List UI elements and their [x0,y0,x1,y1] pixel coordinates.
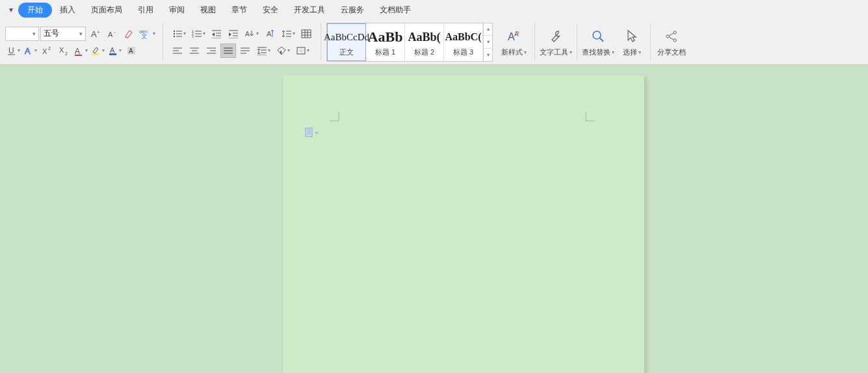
svg-text:-: - [114,29,116,35]
shading-button[interactable]: ▾ [274,44,292,58]
line-spacing-button[interactable]: ▾ [279,27,297,41]
svg-text:X: X [59,46,64,54]
text-effects-button[interactable]: A▾ [22,44,38,58]
margin-corner-tl-icon [330,112,340,125]
svg-text:A: A [110,46,115,54]
clear-format-button[interactable] [121,27,137,41]
highlight-button[interactable]: ▾ [90,44,105,58]
align-left-button[interactable] [170,44,185,58]
menubar-tab-1[interactable]: 插入 [52,3,83,18]
svg-text:A: A [129,47,133,55]
share-label: 分享文档 [657,47,686,57]
style-item-1[interactable]: AaBb标题 1 [366,23,405,61]
chevron-down-icon: ▾ [315,130,318,136]
menubar-tab-9[interactable]: 云服务 [333,3,372,18]
decrease-indent-button[interactable] [209,27,224,41]
style-label: 标题 3 [453,47,473,57]
styles-expand[interactable]: ▾ [484,49,492,61]
chevron-down-icon: ▾ [79,31,83,37]
new-style-icon: AA [505,27,522,45]
ribbon: ▾ 五号 ▾ A+ A- wén文▾ U▾ A▾ X2 X2 A▾ ▾ A▾ A [0,19,868,65]
section-tag-button[interactable]: ▾ [305,127,318,138]
svg-text:A: A [267,30,272,38]
svg-point-78 [674,38,676,41]
style-preview: AaBbC( [445,27,481,47]
menubar-tab-0[interactable]: 开始 [18,3,52,18]
increase-indent-button[interactable] [226,27,241,41]
chevron-down-icon: ▾ [33,31,36,37]
svg-text:+: + [97,29,100,35]
font-group: ▾ 五号 ▾ A+ A- wén文▾ U▾ A▾ X2 X2 A▾ ▾ A▾ A [1,19,160,64]
share-document-button[interactable]: 分享文档 [653,19,690,64]
document-page[interactable]: ▾ [283,75,644,373]
align-center-button[interactable] [187,44,202,58]
subscript-button[interactable]: X2 [56,44,72,58]
font-color-button[interactable]: A▾ [107,44,122,58]
file-menu-dropdown[interactable]: ▾ [4,5,18,14]
menubar-tab-6[interactable]: 章节 [224,3,255,18]
svg-rect-45 [302,30,311,38]
styles-scroll-down[interactable]: ▾ [484,36,492,49]
svg-line-75 [599,38,603,42]
menubar-tab-8[interactable]: 开发工具 [286,3,333,18]
align-justify-button[interactable] [220,44,236,58]
document-area[interactable]: ▾ [0,65,868,373]
styles-scroll-up[interactable]: ▴ [484,23,492,36]
svg-text:U: U [8,46,14,55]
text-tools-button[interactable]: 文字工具▾ [538,19,574,64]
svg-text:A: A [75,47,80,56]
underline-button[interactable]: U▾ [5,44,21,58]
phonetic-guide-button[interactable]: wén文▾ [138,27,156,41]
margin-corner-tr-icon [585,112,595,125]
change-case-button[interactable]: A▾ [73,44,88,58]
grow-font-button[interactable]: A+ [87,27,103,41]
wrench-icon [548,27,564,45]
menubar-tab-5[interactable]: 视图 [192,3,224,18]
align-distributed-button[interactable] [237,44,253,58]
font-name-combo[interactable]: ▾ [5,27,39,41]
cursor-icon [625,27,639,45]
find-replace-button[interactable]: 查找替换▾ [580,19,616,64]
svg-point-77 [674,31,676,33]
select-button[interactable]: 选择▾ [616,19,648,64]
style-label: 标题 1 [375,47,395,57]
styles-group: AaBbCcDd正文AaBb标题 1AaBb(标题 2AaBbC(标题 3▴▾▾ [324,19,495,64]
share-icon [664,27,679,45]
borders-button[interactable]: ▾ [293,44,311,58]
svg-line-80 [669,37,674,40]
para-spacing-button[interactable]: ▾ [254,44,272,58]
char-shading-button[interactable]: A [124,44,139,58]
svg-text:A: A [108,31,113,38]
document-icon [305,127,314,138]
svg-point-22 [173,32,174,34]
svg-text:A: A [245,31,250,38]
menubar-tab-7[interactable]: 安全 [255,3,286,18]
svg-point-24 [173,35,174,36]
style-item-2[interactable]: AaBb(标题 2 [405,23,444,61]
align-right-button[interactable] [204,44,219,58]
vertical-text-button[interactable]: A [262,27,278,41]
insert-table-button[interactable] [298,27,314,41]
shrink-font-button[interactable]: A- [104,27,120,41]
svg-text:A: A [25,46,31,56]
numbering-button[interactable]: 123▾ [189,27,207,41]
menubar-tab-2[interactable]: 页面布局 [83,3,130,18]
chevron-down-icon: ▾ [638,49,641,55]
text-tools-label: 文字工具 [540,47,568,57]
menubar-tab-10[interactable]: 文档助手 [372,3,419,18]
font-size-combo[interactable]: 五号 ▾ [40,27,86,41]
svg-text:3: 3 [192,34,194,38]
style-item-3[interactable]: AaBbC(标题 3 [444,23,483,61]
menubar-tab-4[interactable]: 审阅 [161,3,192,18]
menubar-tab-3[interactable]: 引用 [130,3,161,18]
menubar: ▾ 开始插入页面布局引用审阅视图章节安全开发工具云服务文档助手 [0,0,868,19]
chevron-down-icon: ▾ [570,49,572,55]
style-preview: AaBb( [408,27,440,47]
text-direction-button[interactable]: A▾ [243,27,261,41]
style-item-0[interactable]: AaBbCcDd正文 [327,23,366,61]
superscript-button[interactable]: X2 [39,44,55,58]
chevron-down-icon: ▾ [524,49,527,55]
bullets-button[interactable]: ▾ [170,27,188,41]
new-style-button[interactable]: AA 新样式▾ [495,19,532,64]
svg-rect-15 [92,53,99,55]
